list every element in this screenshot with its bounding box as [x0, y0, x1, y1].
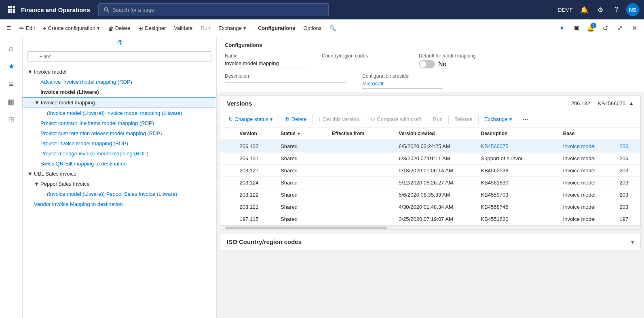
run-version-button[interactable]: Run	[430, 114, 446, 124]
table-row[interactable]: 203.121Shared4/30/2020 01:48:34 AMKB4558…	[220, 201, 640, 213]
hamburger-menu-button[interactable]: ☰	[3, 23, 15, 33]
default-mapping-toggle[interactable]	[419, 60, 435, 68]
table-row[interactable]: 197.115Shared3/25/2020 07:19:07 AMKB4551…	[220, 213, 640, 225]
tree-item-project-cust[interactable]: Project cust retention release model map…	[23, 128, 216, 138]
panel-icon[interactable]: ▣	[570, 22, 583, 35]
config-provider-field-group: Configuration provider Microsoft	[362, 73, 443, 89]
table-cell: 203.121	[235, 201, 276, 213]
v-separator-5	[448, 114, 449, 124]
close-icon[interactable]: ✕	[628, 22, 641, 35]
table-row[interactable]: 203.127Shared5/18/2020 01:06:14 AMKB4562…	[220, 165, 640, 177]
configurations-button[interactable]: Configurations	[255, 23, 298, 33]
col-header-effective[interactable]: Effective from	[327, 127, 394, 140]
edit-icon: ✏	[19, 25, 24, 32]
table-cell: Shared	[276, 201, 327, 213]
refresh-icon[interactable]: ↺	[599, 22, 612, 35]
col-header-created[interactable]: Version created	[394, 127, 476, 140]
versions-title: Versions	[227, 100, 571, 107]
run-button[interactable]: Run	[197, 23, 213, 33]
pin-icon[interactable]: ✦	[555, 22, 568, 35]
sidebar-star-icon[interactable]: ★	[3, 58, 19, 74]
sidebar-calendar-icon[interactable]: ▦	[3, 94, 19, 110]
tree-item-swiss-qr[interactable]: Swiss QR-Bill mapping to destination	[23, 159, 216, 169]
tree-item-project-contract[interactable]: Project contract line items model mappin…	[23, 118, 216, 128]
create-config-button[interactable]: + Create configuration ▾	[40, 23, 103, 33]
tree-item-project-manage[interactable]: Project manage invoice model mapping (RD…	[23, 148, 216, 159]
table-cell	[220, 165, 235, 177]
help-icon[interactable]: ?	[610, 3, 623, 16]
tree-item-invoice-model-mapping[interactable]: ▼ Invoice model mapping	[23, 97, 216, 108]
col-header-status[interactable]: Status ▼	[276, 127, 327, 140]
delete-button[interactable]: 🗑 Delete	[105, 23, 134, 33]
filter-input[interactable]	[27, 51, 211, 61]
tree-item-peppol-sales[interactable]: ▼ Peppol Sales Invoice	[23, 179, 216, 189]
detail-fields: Name Invoice model mapping Country/regio…	[225, 53, 636, 68]
tree-item-ubl-sales[interactable]: ▼ UBL Sales invoice	[23, 169, 216, 179]
v-separator-2	[312, 114, 312, 124]
name-field-group: Name Invoice model mapping	[225, 53, 306, 68]
table-row[interactable]: 206.132Shared6/5/2020 03:24:25 AMKB45660…	[220, 140, 640, 153]
tree-item-project-invoice[interactable]: Project invoice model mapping (RDP)	[23, 138, 216, 148]
options-button[interactable]: Options	[300, 23, 325, 33]
col-header-description[interactable]: Description	[476, 127, 558, 140]
exchange-version-button[interactable]: Exchange ▾	[481, 114, 515, 124]
tree-item-peppol-litware[interactable]: (Invoice model (Litware)) Peppol Sales I…	[23, 189, 216, 199]
table-row[interactable]: 206.131Shared6/3/2020 07:01:11 AMSupport…	[220, 153, 640, 165]
table-cell: 206	[614, 140, 640, 153]
v-separator-4	[427, 114, 427, 124]
settings-icon[interactable]: ⚙	[594, 3, 607, 16]
h-scroll-thumb[interactable]	[225, 227, 387, 229]
validate-button[interactable]: Validate	[171, 23, 196, 33]
table-cell: 206	[614, 153, 640, 165]
table-row[interactable]: 203.124Shared5/12/2020 06:26:27 AMKB4561…	[220, 177, 640, 189]
add-icon: +	[43, 25, 46, 32]
versions-delete-icon: 🗑	[285, 116, 290, 122]
sidebar-list-icon[interactable]: ≡	[3, 76, 19, 92]
tree-item-invoice-model-litware[interactable]: Invoice model (Litware)	[23, 87, 216, 97]
main-content: ⌂ ★ ≡ ▦ ⊞ ⚗ 🔍 ▼ Invoice model Ad	[0, 37, 644, 318]
col-header-base[interactable]: Base	[558, 127, 615, 140]
exchange-button[interactable]: Exchange ▾	[215, 23, 249, 33]
config-provider-value[interactable]: Microsoft	[362, 81, 443, 89]
versions-toolbar: ↻ Change status ▾ 🗑 Delete ↓ Get this ve…	[220, 111, 640, 127]
iso-section: ISO Country/region codes ▾	[220, 233, 641, 250]
alert-icon[interactable]: 🔔 0	[584, 22, 597, 35]
tree-item-advance-invoice[interactable]: Advance invoice model mapping (RDP)	[23, 77, 216, 87]
edit-button[interactable]: ✏ Edit	[16, 23, 38, 33]
versions-delete-button[interactable]: 🗑 Delete	[281, 114, 310, 124]
horizontal-scrollbar[interactable]	[220, 225, 640, 229]
sidebar-home-icon[interactable]: ⌂	[3, 40, 19, 57]
table-cell: 6/3/2020 07:01:11 AM	[394, 153, 476, 165]
table-cell	[327, 189, 394, 201]
v-separator-6	[478, 114, 479, 124]
notification-icon[interactable]: 🔔	[578, 3, 591, 16]
tree-item-litware-mapping[interactable]: (Invoice model (Litware)) Invoice model …	[23, 108, 216, 118]
table-cell: Invoice model	[558, 165, 615, 177]
change-status-button[interactable]: ↻ Change status ▾	[225, 114, 276, 124]
svg-rect-6	[8, 11, 10, 13]
table-cell: Invoice model	[558, 177, 615, 189]
search-bar[interactable]: Search for a page	[98, 3, 329, 16]
more-options-icon[interactable]: ⋯	[521, 114, 530, 125]
table-cell: KB4566075	[476, 140, 558, 153]
tree-item-vendor-invoice[interactable]: Vendor invoice Mapping to destination	[23, 199, 216, 209]
waffle-icon[interactable]	[5, 3, 18, 16]
tree-item-invoice-model[interactable]: ▼ Invoice model	[23, 67, 216, 77]
table-cell	[220, 189, 235, 201]
iso-header[interactable]: ISO Country/region codes ▾	[220, 233, 640, 250]
search-toolbar-icon[interactable]: 🔍	[326, 23, 339, 33]
toolbar-right-icons: ✦ ▣ 🔔 0 ↺ ⤢ ✕	[555, 22, 641, 35]
filter-funnel-icon[interactable]: ⚗	[117, 39, 122, 47]
rebase-button[interactable]: Rebase	[451, 114, 476, 124]
user-avatar[interactable]: NS	[626, 3, 639, 16]
get-version-button[interactable]: ↓ Get this version	[315, 114, 362, 124]
designer-button[interactable]: ⊞ Designer	[135, 23, 169, 33]
table-cell: KB4561830	[476, 177, 558, 189]
table-row[interactable]: 203.122Shared5/6/2020 08:35:39 AMKB45597…	[220, 189, 640, 201]
sidebar-grid-icon[interactable]: ⊞	[3, 112, 19, 128]
versions-collapse-icon[interactable]: ▲	[629, 100, 634, 106]
expand-icon[interactable]: ⤢	[613, 22, 626, 35]
compare-with-draft-button[interactable]: ⊙ Compare with draft	[367, 114, 424, 124]
top-right-icons: DEMF 🔔 ⚙ ? NS	[558, 3, 639, 16]
col-header-version[interactable]: Version	[235, 127, 276, 140]
